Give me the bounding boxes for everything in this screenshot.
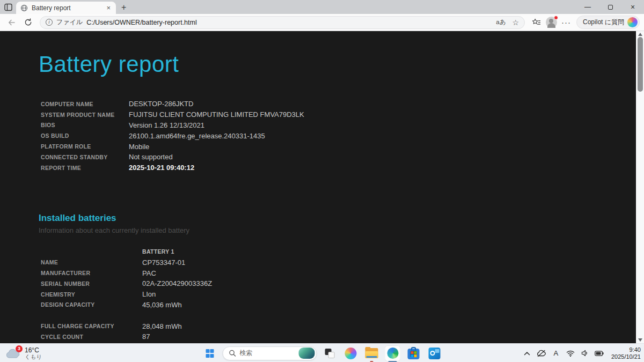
row-label: CYCLE COUNT — [41, 334, 142, 340]
system-tray: A — [522, 344, 641, 362]
row-value: 02A-Z200429003336Z — [142, 279, 644, 287]
report-time-value: 2025-10-21 09:40:12 — [129, 164, 644, 172]
addressbar-right-icons: aあ ☆ — [496, 18, 519, 27]
copilot-app-button[interactable] — [343, 345, 359, 361]
edge-icon — [387, 348, 398, 359]
settings-more-button[interactable]: ··· — [559, 16, 573, 29]
cloud-slash-icon — [537, 350, 546, 357]
show-hidden-icons-button[interactable] — [522, 349, 532, 358]
row-value: LIon — [142, 290, 644, 298]
close-window-button[interactable]: × — [621, 0, 644, 14]
edge-button[interactable] — [385, 345, 401, 361]
start-button[interactable] — [202, 345, 218, 361]
copilot-button[interactable]: Copilot に質問 — [576, 16, 640, 29]
taskbar: 3 16°C くもり 検索 — [0, 343, 644, 362]
scroll-down-arrow-icon[interactable] — [638, 338, 642, 342]
volume-button[interactable] — [580, 349, 590, 358]
row-gap — [41, 314, 644, 317]
taskbar-search-box[interactable]: 検索 — [223, 346, 317, 360]
avatar-body — [547, 23, 555, 28]
row-value: FUJITSU CLIENT COMPUTING LIMITED FMVA79D… — [129, 110, 644, 119]
refresh-icon — [24, 18, 32, 26]
scroll-up-arrow-icon[interactable] — [638, 33, 642, 36]
installed-batteries-subtitle: Information about each currently install… — [39, 226, 644, 234]
refresh-button[interactable] — [20, 16, 35, 29]
outlook-button[interactable] — [427, 345, 443, 361]
row-label: REPORT TIME — [41, 165, 129, 171]
report-content: Battery report COMPUTER NAME DESKTOP-286… — [0, 31, 644, 342]
tab-title: Battery report — [32, 4, 101, 12]
row-label: DESIGN CAPACITY — [41, 301, 142, 308]
notification-dot — [554, 16, 558, 20]
minimize-button[interactable]: — — [576, 0, 599, 14]
row-label: SERIAL NUMBER — [41, 280, 142, 287]
maximize-button[interactable] — [599, 0, 621, 14]
row-label: OS BUILD — [41, 132, 129, 139]
row-value: 26100.1.amd64fre.ge_release.240331-1435 — [129, 132, 644, 140]
file-explorer-button[interactable] — [364, 345, 380, 361]
outlook-icon — [429, 348, 441, 359]
onedrive-paused-button[interactable] — [537, 349, 546, 358]
row-value: Version 1.26 12/13/2021 — [129, 121, 644, 129]
row-label: NAME — [41, 259, 142, 265]
address-url: C:/Users/OWNER/battery-report.html — [86, 19, 492, 26]
notification-badge: 3 — [16, 345, 23, 352]
taskbar-center: 検索 — [202, 344, 443, 362]
row-value: 87 — [142, 333, 644, 341]
workspaces-icon — [4, 3, 12, 11]
back-arrow-icon — [8, 18, 16, 27]
back-button[interactable] — [4, 16, 19, 29]
address-scheme-label: ファイル — [56, 18, 83, 27]
browser-toolbar: i ファイル C:/Users/OWNER/battery-report.htm… — [0, 14, 644, 31]
globe-favicon-icon — [20, 4, 28, 12]
page-scrollbar[interactable] — [636, 31, 644, 343]
weather-widget[interactable]: 3 16°C くもり — [5, 344, 42, 362]
system-info-table: COMPUTER NAME DESKTOP-286JKTD SYSTEM PRO… — [41, 99, 644, 173]
row-value: 28,048 mWh — [142, 322, 644, 330]
row-label: SYSTEM PRODUCT NAME — [41, 112, 129, 118]
avatar-head — [549, 19, 553, 23]
row-label: COMPUTER NAME — [41, 101, 129, 107]
profile-avatar — [546, 17, 557, 28]
bing-daily-image-button[interactable] — [299, 348, 315, 359]
browser-tab-battery-report[interactable]: Battery report × — [16, 2, 116, 14]
row-label: CONNECTED STANDBY — [41, 154, 129, 160]
address-bar[interactable]: i ファイル C:/Users/OWNER/battery-report.htm… — [40, 16, 525, 29]
scrollbar-thumb[interactable] — [638, 37, 643, 92]
microsoft-store-button[interactable] — [406, 345, 422, 361]
wifi-icon — [566, 350, 575, 357]
favorites-hub-button[interactable] — [529, 16, 543, 29]
battery-tray-button[interactable] — [595, 349, 604, 358]
weather-temperature: 16°C — [25, 347, 42, 353]
clock[interactable]: 9:40 2025/10/21 — [609, 346, 641, 360]
restore-icon — [608, 5, 613, 10]
tab-close-button[interactable]: × — [105, 4, 112, 12]
favorite-star-icon[interactable]: ☆ — [512, 18, 519, 27]
page-info-icon[interactable]: i — [46, 19, 53, 26]
translate-icon[interactable]: aあ — [496, 18, 506, 26]
battery-report-page: Battery report COMPUTER NAME DESKTOP-286… — [0, 31, 644, 343]
row-value: Mobile — [129, 143, 644, 151]
speaker-icon — [581, 350, 589, 357]
row-label: MANUFACTURER — [41, 270, 142, 276]
battery-icon — [595, 351, 604, 356]
wifi-button[interactable] — [566, 349, 575, 358]
clock-date: 2025/10/21 — [611, 353, 641, 360]
copilot-app-icon — [345, 348, 357, 359]
new-tab-button[interactable]: + — [121, 3, 126, 12]
copilot-button-label: Copilot に質問 — [583, 18, 624, 27]
tab-actions-menu-button[interactable] — [0, 0, 16, 14]
task-view-icon — [325, 349, 335, 358]
row-value: PAC — [142, 269, 644, 277]
row-label: CHEMISTRY — [41, 291, 142, 298]
row-value: Not supported — [129, 153, 644, 161]
chevron-up-icon — [524, 351, 530, 356]
search-icon — [229, 350, 236, 357]
installed-batteries-heading: Installed batteries — [39, 213, 644, 224]
task-view-button[interactable] — [322, 345, 338, 361]
ime-mode-indicator[interactable]: A — [551, 349, 561, 358]
profile-button[interactable] — [544, 16, 558, 29]
file-explorer-icon — [365, 348, 378, 358]
row-value: 45,036 mWh — [142, 301, 644, 309]
microsoft-store-icon — [408, 349, 420, 359]
